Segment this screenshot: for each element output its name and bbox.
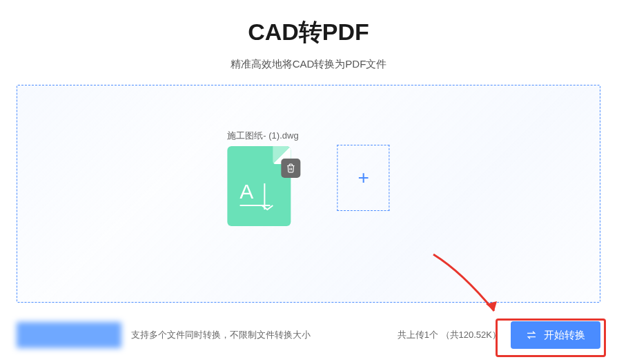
trash-icon [286,163,295,173]
file-name-label: 施工图纸- (1).dwg [227,130,298,142]
plus-icon: + [358,168,369,188]
add-file-button[interactable]: + [337,145,390,211]
file-item: 施工图纸- (1).dwg A [227,130,298,226]
cad-file-icon: A [239,178,277,211]
promo-badge[interactable] [17,322,121,348]
file-thumbnail[interactable]: A [227,146,291,226]
delete-file-button[interactable] [281,159,300,178]
upload-stats: 共上传1个 （共120.52K） [398,329,501,341]
start-convert-button[interactable]: 开始转换 [511,321,600,349]
support-text: 支持多个文件同时转换，不限制文件转换大小 [131,329,311,341]
convert-button-label: 开始转换 [544,329,585,342]
swap-icon [526,330,537,340]
page-subtitle: 精准高效地将CAD转换为PDF文件 [0,58,617,71]
svg-marker-3 [486,301,497,311]
svg-text:A: A [239,180,253,203]
page-title: CAD转PDF [0,17,617,48]
file-drop-area[interactable]: 施工图纸- (1).dwg A [17,85,600,303]
